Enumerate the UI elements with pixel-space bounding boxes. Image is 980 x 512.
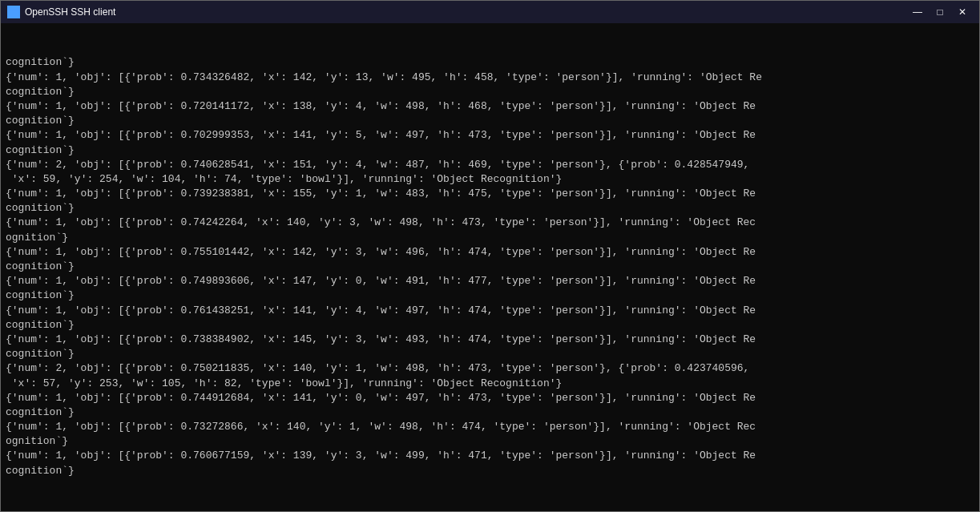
terminal-line: cognition`} [6,347,974,361]
terminal-line: 'x': 57, 'y': 253, 'w': 105, 'h': 82, 't… [6,377,974,391]
titlebar-controls: — □ ✕ [907,4,973,20]
minimize-button[interactable]: — [907,4,928,20]
window: OpenSSH SSH client — □ ✕ cognition`}{'nu… [0,0,980,512]
terminal-line: cognition`} [6,114,974,128]
terminal-line: {'num': 1, 'obj': [{'prob': 0.738384902,… [6,333,974,347]
terminal-line: {'num': 1, 'obj': [{'prob': 0.74242264, … [6,216,974,230]
app-icon [7,6,20,18]
terminal-line: {'num': 1, 'obj': [{'prob': 0.761438251,… [6,304,974,318]
terminal-line: cognition`} [6,201,974,216]
maximize-button[interactable]: □ [930,4,950,20]
terminal-line: {'num': 1, 'obj': [{'prob': 0.755101442,… [6,245,974,260]
terminal-line: cognition`} [6,288,974,303]
terminal-line: ognition`} [6,231,974,245]
terminal-line: cognition`} [6,143,974,158]
svg-rect-0 [9,7,18,15]
terminal-line: cognition`} [6,85,974,99]
titlebar-left: OpenSSH SSH client [7,6,115,18]
terminal-line: {'num': 1, 'obj': [{'prob': 0.739238381,… [6,187,974,201]
svg-rect-2 [10,15,17,17]
terminal-line: {'num': 1, 'obj': [{'prob': 0.760677159,… [6,449,974,463]
window-title: OpenSSH SSH client [25,6,115,18]
terminal-output[interactable]: cognition`}{'num': 1, 'obj': [{'prob': 0… [1,23,979,511]
terminal-line: ognition`} [6,434,974,449]
terminal-line: {'num': 2, 'obj': [{'prob': 0.740628541,… [6,158,974,172]
terminal-line: cognition`} [6,260,974,274]
terminal-line: cognition`} [6,55,974,70]
terminal-line: {'num': 1, 'obj': [{'prob': 0.749893606,… [6,274,974,288]
terminal-line: {'num': 1, 'obj': [{'prob': 0.734326482,… [6,71,974,85]
terminal-line: {'num': 1, 'obj': [{'prob': 0.720141172,… [6,99,974,114]
terminal-line: cognition`} [6,318,974,333]
terminal-line: {'num': 1, 'obj': [{'prob': 0.73272866, … [6,420,974,434]
terminal-line: {'num': 1, 'obj': [{'prob': 0.702999353,… [6,128,974,143]
terminal-line: {'num': 2, 'obj': [{'prob': 0.750211835,… [6,361,974,376]
terminal-line: cognition`} [6,464,974,478]
terminal-line: cognition`} [6,405,974,420]
titlebar: OpenSSH SSH client — □ ✕ [1,1,979,23]
terminal-line: 'x': 59, 'y': 254, 'w': 104, 'h': 74, 't… [6,172,974,187]
close-button[interactable]: ✕ [952,4,973,20]
terminal-line: {'num': 1, 'obj': [{'prob': 0.744912684,… [6,391,974,405]
